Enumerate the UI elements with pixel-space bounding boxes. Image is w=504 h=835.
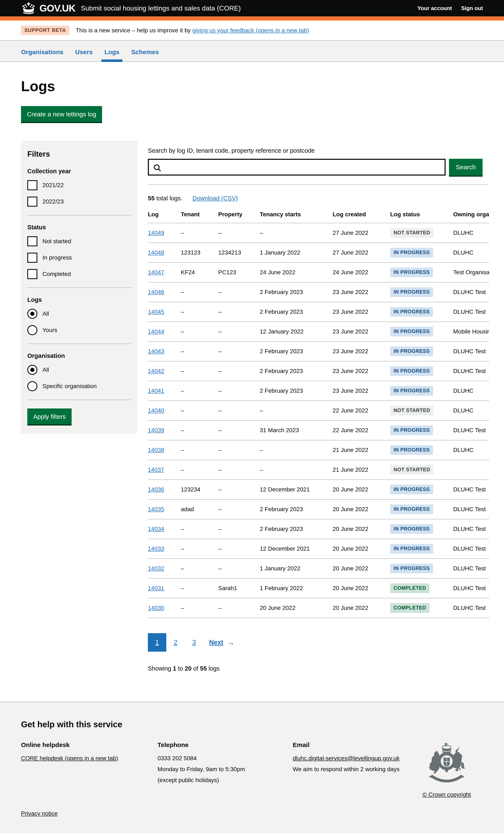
phase-banner: SUPPORT BETA This is a new service – hel…	[0, 21, 504, 41]
radio-logs-yours[interactable]	[27, 325, 37, 335]
property-cell: –	[218, 421, 260, 440]
table-row: 14031 – Sarah1 1 February 2022 20 June 2…	[148, 578, 489, 598]
sign-out-link[interactable]: Sign out	[461, 5, 483, 12]
collection-year-label: Collection year	[27, 168, 131, 175]
radio-logs-all[interactable]	[27, 309, 37, 319]
filter-divider	[27, 215, 131, 216]
nav-item-organisations[interactable]: Organisations	[21, 41, 63, 62]
log-id-link[interactable]: 14046	[148, 289, 164, 295]
your-account-link[interactable]: Your account	[418, 5, 452, 12]
crown-copyright-link[interactable]: © Crown copyright	[423, 791, 471, 798]
tenant-cell: –	[181, 302, 218, 322]
search-button[interactable]: Search	[449, 159, 483, 176]
checkbox-2021-22[interactable]	[27, 180, 37, 190]
feedback-link[interactable]: giving us your feedback (opens in a new …	[193, 27, 309, 34]
property-cell: –	[218, 381, 260, 401]
log-id-link[interactable]: 14041	[148, 387, 164, 394]
log-created-cell: 20 June 2022	[332, 480, 390, 500]
checkbox-completed[interactable]	[27, 269, 37, 279]
col-header-owning-organisation: Owning organisation	[453, 211, 489, 223]
tenancy-starts-cell: –	[260, 401, 332, 421]
col-header-log: Log	[148, 211, 181, 223]
radio-specific-organisation[interactable]	[27, 381, 37, 391]
log-created-cell: 22 June 2022	[332, 401, 390, 421]
nav-item-schemes[interactable]: Schemes	[131, 41, 159, 62]
log-id-link[interactable]: 14034	[148, 526, 164, 532]
log-id-link[interactable]: 14032	[148, 565, 164, 572]
log-id-cell: 14049	[148, 223, 181, 243]
col-header-property: Property	[218, 211, 260, 223]
core-helpdesk-link[interactable]: CORE helpdesk (opens in a new tab)	[21, 755, 118, 761]
radio-organisation-all[interactable]	[27, 365, 37, 375]
email-link[interactable]: dluhc.digital-services@levellingup.gov.u…	[293, 755, 400, 761]
search-input[interactable]	[164, 160, 444, 175]
property-cell: 1234213	[218, 243, 260, 263]
log-id-link[interactable]: 14047	[148, 269, 164, 276]
status-badge: In progress	[390, 386, 433, 396]
next-page-link[interactable]: Next	[209, 639, 223, 646]
telephone-number: 0333 202 5084	[158, 754, 293, 762]
status-label: Status	[27, 224, 131, 231]
log-id-link[interactable]: 14042	[148, 368, 164, 374]
log-id-link[interactable]: 14043	[148, 348, 164, 354]
page-2-link[interactable]: 2	[166, 633, 185, 652]
status-badge: In progress	[390, 544, 433, 554]
create-lettings-log-button[interactable]: Create a new lettings log	[21, 106, 102, 122]
log-created-cell: 20 June 2022	[332, 539, 390, 558]
page-3-link[interactable]: 3	[185, 633, 203, 652]
status-badge: In progress	[390, 564, 433, 573]
log-id-link[interactable]: 14040	[148, 407, 164, 414]
log-id-link[interactable]: 14033	[148, 545, 164, 552]
log-id-link[interactable]: 14038	[148, 447, 164, 453]
checkbox-in-progress[interactable]	[27, 253, 37, 263]
filter-divider	[27, 344, 131, 344]
page-title: Logs	[21, 78, 483, 94]
filters-heading: Filters	[27, 150, 131, 159]
log-id-link[interactable]: 14048	[148, 249, 164, 256]
tenant-cell: –	[181, 282, 218, 302]
tenant-cell: –	[181, 401, 218, 421]
log-id-link[interactable]: 14031	[148, 585, 164, 591]
log-id-link[interactable]: 14044	[148, 328, 164, 335]
tenancy-starts-cell: 2 February 2023	[260, 342, 332, 361]
logs-table-wrapper: Log Tenant Property Tenancy starts Log c…	[148, 211, 489, 618]
page-1-link[interactable]: 1	[148, 633, 166, 652]
log-id-link[interactable]: 14049	[148, 229, 164, 236]
apply-filters-button[interactable]: Apply filters	[27, 408, 72, 424]
status-badge: In progress	[390, 347, 433, 356]
tenant-cell: –	[181, 381, 218, 401]
showing-from: 1	[173, 665, 176, 672]
table-row: 14041 – – 2 February 2023 23 June 2022 I…	[148, 381, 489, 401]
log-id-cell: 14033	[148, 539, 181, 558]
main-content: Logs Create a new lettings log Filters C…	[0, 78, 504, 678]
status-badge: Completed	[390, 603, 429, 613]
property-cell: –	[218, 223, 260, 243]
checkbox-2022-23[interactable]	[27, 197, 37, 207]
property-cell: –	[218, 440, 260, 460]
log-id-link[interactable]: 14036	[148, 486, 164, 493]
log-status-cell: In progress	[390, 440, 453, 460]
download-csv-link[interactable]: Download (CSV)	[193, 195, 238, 202]
property-cell: –	[218, 500, 260, 519]
status-badge: In progress	[390, 327, 433, 337]
log-id-link[interactable]: 14035	[148, 506, 164, 512]
nav-item-users[interactable]: Users	[75, 41, 93, 62]
log-id-link[interactable]: 14037	[148, 466, 164, 473]
tenant-cell: –	[181, 342, 218, 361]
log-id-cell: 14036	[148, 480, 181, 500]
tenant-cell: –	[181, 322, 218, 342]
nav-item-logs[interactable]: Logs	[104, 41, 120, 62]
log-id-cell: 14042	[148, 361, 181, 381]
table-row: 14037 – – – 21 June 2022 Not started	[148, 460, 489, 480]
log-id-link[interactable]: 14045	[148, 308, 164, 315]
royal-arms-icon	[425, 741, 469, 786]
telephone-heading: Telephone	[158, 741, 293, 749]
crown-logo-icon	[21, 2, 36, 14]
owning-organisation-cell: Mobile Housing	[453, 322, 489, 342]
checkbox-not-started[interactable]	[27, 236, 37, 246]
log-id-link[interactable]: 14039	[148, 427, 164, 433]
tenancy-starts-cell: 2 February 2023	[260, 302, 332, 322]
tenancy-starts-cell: 2 February 2023	[260, 381, 332, 401]
log-id-link[interactable]: 14030	[148, 605, 164, 611]
privacy-notice-link[interactable]: Privacy notice	[21, 810, 58, 817]
